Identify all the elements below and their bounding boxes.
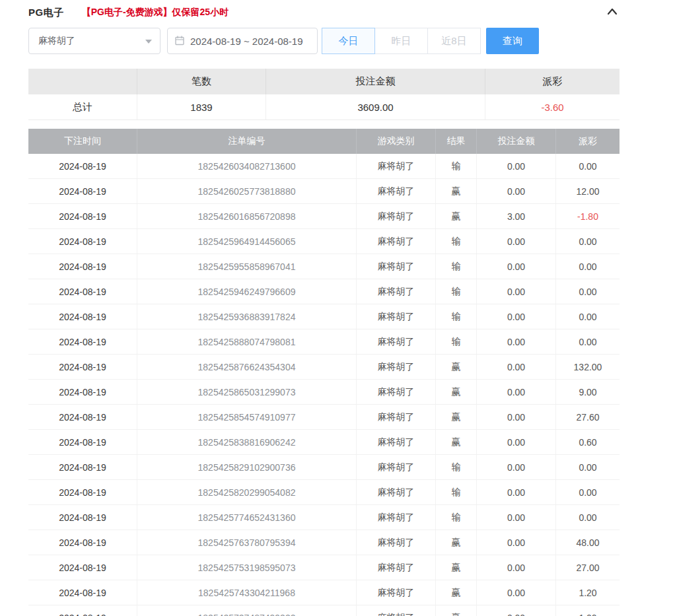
quick-button-last8days[interactable]: 近8日 [427,28,481,54]
summary-header-payout: 派彩 [485,69,620,94]
cell-bet-time: 2024-08-19 [28,304,137,329]
table-row: 2024-08-19 1825425753198595073 麻将胡了 赢 0.… [28,555,620,580]
summary-payout-value: -3.60 [485,94,620,120]
summary-header-bet-amount: 投注金额 [266,69,485,94]
quick-button-yesterday[interactable]: 昨日 [374,28,428,54]
cell-bet-amount: 0.00 [477,254,556,279]
cell-payout: 0.60 [556,430,620,454]
cell-result: 赢 [436,605,477,616]
cell-order-id: 1825426016856720898 [137,204,357,228]
cell-result: 输 [436,279,477,304]
cell-game-type: 麻将胡了 [357,380,436,404]
cell-order-id: 1825425737487499332 [137,605,357,616]
cell-payout: 0.00 [556,254,620,279]
cell-bet-time: 2024-08-19 [28,505,137,530]
cell-bet-amount: 0.00 [477,329,556,354]
cell-order-id: 1825425854574910977 [137,405,357,429]
cell-bet-time: 2024-08-19 [28,430,137,454]
table-row: 2024-08-19 1825425743304211968 麻将胡了 赢 0.… [28,580,620,605]
table-row: 2024-08-19 1825425865031299073 麻将胡了 赢 0.… [28,380,620,405]
cell-bet-amount: 0.00 [477,555,556,580]
cell-result: 赢 [436,530,477,555]
cell-game-type: 麻将胡了 [357,605,436,616]
cell-game-type: 麻将胡了 [357,355,436,379]
table-row: 2024-08-19 1825426025773818880 麻将胡了 赢 0.… [28,179,620,204]
cell-result: 赢 [436,405,477,429]
cell-bet-amount: 0.00 [477,430,556,454]
col-header-game-type: 游戏类别 [357,129,436,154]
game-select[interactable]: 麻将胡了 [28,28,160,54]
cell-payout: 0.00 [556,304,620,329]
cell-bet-time: 2024-08-19 [28,555,137,580]
summary-bet-amount-value: 3609.00 [266,94,485,120]
cell-order-id: 1825425865031299073 [137,380,357,404]
cell-game-type: 麻将胡了 [357,229,436,254]
cell-result: 赢 [436,430,477,454]
cell-result: 赢 [436,580,477,605]
cell-bet-amount: 0.00 [477,279,556,304]
cell-result: 输 [436,455,477,479]
summary-total-row: 总计 1839 3609.00 -3.60 [28,94,620,120]
cell-bet-amount: 3.00 [477,204,556,228]
cell-result: 输 [436,505,477,530]
cell-bet-amount: 0.00 [477,304,556,329]
cell-bet-time: 2024-08-19 [28,480,137,504]
cell-bet-amount: 0.00 [477,405,556,429]
date-range-value: 2024-08-19 ~ 2024-08-19 [190,36,303,47]
cell-result: 输 [436,304,477,329]
cell-bet-time: 2024-08-19 [28,204,137,228]
table-row: 2024-08-19 1825425854574910977 麻将胡了 赢 0.… [28,405,620,430]
cell-result: 赢 [436,179,477,203]
cell-game-type: 麻将胡了 [357,405,436,429]
cell-game-type: 麻将胡了 [357,480,436,504]
cell-bet-amount: 0.00 [477,480,556,504]
cell-bet-amount: 0.00 [477,580,556,605]
cell-game-type: 麻将胡了 [357,279,436,304]
cell-bet-amount: 0.00 [477,229,556,254]
cell-game-type: 麻将胡了 [357,430,436,454]
summary-count-value: 1839 [137,94,266,120]
cell-bet-time: 2024-08-19 [28,279,137,304]
cell-payout: 9.00 [556,380,620,404]
cell-payout: 0.00 [556,329,620,354]
cell-order-id: 1825425876624354304 [137,355,357,379]
cell-payout: 0.00 [556,455,620,479]
cell-order-id: 1825425829102900736 [137,455,357,479]
chevron-up-icon [605,5,620,20]
cell-bet-time: 2024-08-19 [28,179,137,203]
table-row: 2024-08-19 1825425936883917824 麻将胡了 输 0.… [28,304,620,329]
cell-order-id: 1825425774652431360 [137,505,357,530]
cell-payout: -1.80 [556,204,620,228]
cell-game-type: 麻将胡了 [357,580,436,605]
cell-game-type: 麻将胡了 [357,154,436,178]
bet-table: 下注时间 注单编号 游戏类别 结果 投注金额 派彩 2024-08-19 182… [28,129,620,616]
table-row: 2024-08-19 1825425838816906242 麻将胡了 赢 0.… [28,430,620,455]
cell-order-id: 1825425763780795394 [137,530,357,555]
date-range-input[interactable]: 2024-08-19 ~ 2024-08-19 [167,28,318,54]
page-title: PG电子 [28,7,64,19]
col-header-order-id: 注单编号 [137,129,357,154]
cell-game-type: 麻将胡了 [357,455,436,479]
cell-payout: 27.60 [556,405,620,429]
cell-result: 输 [436,154,477,178]
cell-order-id: 1825425964914456065 [137,229,357,254]
quick-button-today[interactable]: 今日 [322,28,375,54]
cell-game-type: 麻将胡了 [357,555,436,580]
cell-result: 赢 [436,204,477,228]
notice-text: 【PG电子-免费游戏】仅保留25小时 [82,7,229,18]
bet-table-header: 下注时间 注单编号 游戏类别 结果 投注金额 派彩 [28,129,620,154]
cell-bet-time: 2024-08-19 [28,355,137,379]
cell-order-id: 1825425955858967041 [137,254,357,279]
table-row: 2024-08-19 1825425774652431360 麻将胡了 输 0.… [28,505,620,530]
col-header-result: 结果 [436,129,477,154]
cell-order-id: 1825425936883917824 [137,304,357,329]
cell-bet-amount: 0.00 [477,605,556,616]
collapse-button[interactable] [605,5,620,20]
cell-result: 赢 [436,380,477,404]
col-header-bet-amount: 投注金额 [477,129,556,154]
cell-game-type: 麻将胡了 [357,179,436,203]
table-row: 2024-08-19 1825425946249796609 麻将胡了 输 0.… [28,279,620,304]
search-button[interactable]: 查询 [486,28,539,54]
cell-bet-time: 2024-08-19 [28,455,137,479]
summary-header-count: 笔数 [137,69,266,94]
